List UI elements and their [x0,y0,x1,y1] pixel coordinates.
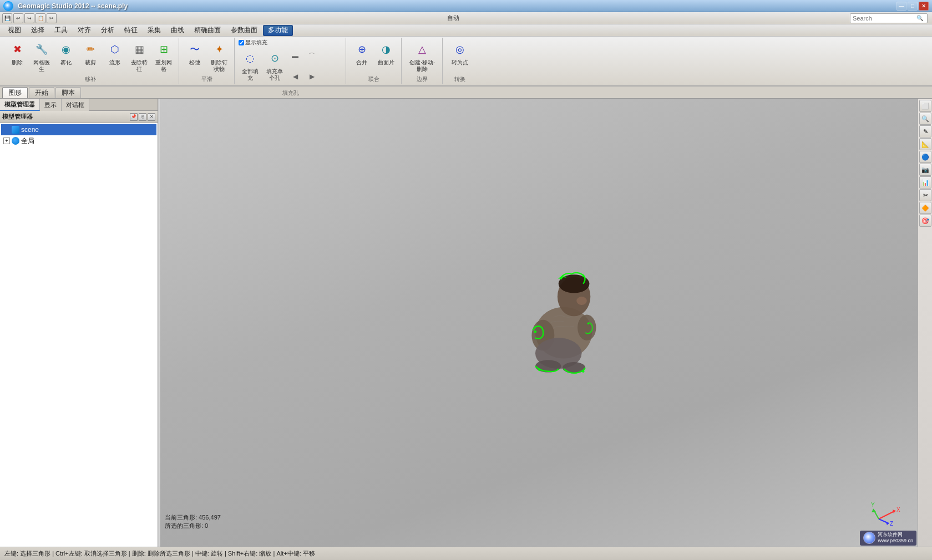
lp-tab-dialog[interactable]: 对话框 [62,99,89,111]
lp-tab-model[interactable]: 模型管理器 [0,99,40,111]
to-point-label: 转为点 [452,59,468,66]
tb-smooth[interactable]: ◉ 雾化 [54,39,78,68]
menu-select[interactable]: 选择 [27,25,49,36]
tb-to-point[interactable]: ◎ 转为点 [448,39,472,68]
relax-icon: 〜 [186,40,204,58]
fill-type-2[interactable]: ⌒ [304,48,320,68]
trim-label: 裁剪 [85,59,96,66]
axes-indicator: X Y Z [868,497,895,525]
viewport[interactable]: X Y Z 当前三角形: 456,497 所选的三角形: 0 河东软件网 www… [160,99,918,547]
menu-curve[interactable]: 曲线 [166,25,189,36]
tb-relax[interactable]: 〜 松弛 [183,39,206,68]
fill-type-1-icon: ▬ [288,49,302,63]
tb-remesh[interactable]: ⊞ 重划网格 [152,39,175,74]
svg-point-11 [534,330,536,333]
group-boundary-label: 边界 [417,74,428,83]
search-icon[interactable]: 🔍 [916,15,923,21]
selected-count: 所选的三角形: 0 [165,522,221,530]
tree-item-global[interactable]: + 全局 [1,135,156,146]
model-container [503,235,625,380]
trim-icon: ✏ [82,40,99,58]
watermark: 河东软件网 www.pe0359.cn [860,531,916,546]
fill-single-icon: ⊙ [266,49,283,67]
tb-mesh-doctor[interactable]: 🔧 网格医生 [30,39,53,74]
panel-float[interactable]: ⎘ [139,113,146,121]
left-panel-tabs: 模型管理器 显示 对话框 [0,99,158,111]
qt-undo[interactable]: ↩ [13,13,23,23]
rp-btn-6[interactable]: 📷 [919,164,931,176]
panel-pin[interactable]: 📌 [130,113,138,121]
qt-redo[interactable]: ↪ [24,13,34,23]
lp-tab-display[interactable]: 显示 [40,99,62,111]
menu-align[interactable]: 对齐 [73,25,95,36]
maximize-button[interactable]: □ [908,2,918,11]
panel-header-btns: 📌 ⎘ ✕ [130,113,155,121]
rp-btn-2[interactable]: 🔍 [919,113,931,125]
tb-spikes[interactable]: ✦ 删除钉状物 [207,39,231,74]
qt-copy[interactable]: 📋 [36,13,45,23]
merge-label: 合并 [356,59,367,66]
svg-marker-22 [885,521,889,525]
fill-single-label: 填充单个孔 [265,68,285,82]
globe-icon [12,137,19,145]
panel-close[interactable]: ✕ [148,113,155,121]
fill-type-1[interactable]: ▬ [287,48,303,68]
menu-param-surface[interactable]: 参数曲面 [226,25,262,36]
tree-expand-global[interactable]: + [3,138,10,144]
menu-tools[interactable]: 工具 [50,25,72,36]
menu-exact-surface[interactable]: 精确曲面 [190,25,225,36]
rp-btn-10[interactable]: 🎯 [919,215,931,227]
tb-trim[interactable]: ✏ 裁剪 [79,39,102,68]
search-box[interactable]: 🔍 [850,13,928,23]
sub-tab-graph[interactable]: 图形 [2,87,28,98]
tb-flow[interactable]: ⬡ 流形 [103,39,126,68]
left-panel: 模型管理器 显示 对话框 模型管理器 📌 ⎘ ✕ scene + 全局 [0,99,158,547]
statusbar-text: 左键: 选择三角形 | Ctrl+左键: 取消选择三角形 | 删除: 删除所选三… [4,549,315,558]
svg-point-9 [560,277,563,279]
qt-cut[interactable]: ✂ [47,13,57,23]
titlebar-title: Geomagic Studio 2012 -- scene.ply [18,2,128,10]
fill-all-icon: ◌ [241,49,259,67]
tree-item-scene[interactable]: scene [1,124,156,135]
toolbar-group-repair-buttons: ✖ 删除 🔧 网格医生 ◉ 雾化 ✏ 裁剪 ⬡ 流形 ▦ 去除特征 [6,39,175,74]
close-button[interactable]: ✕ [919,2,929,11]
menu-feature[interactable]: 特征 [120,25,142,36]
svg-text:Y: Y [871,502,875,508]
tree-label-global: 全局 [21,136,34,146]
menu-analyze[interactable]: 分析 [97,25,119,36]
tb-remove-feature[interactable]: ▦ 去除特征 [128,39,151,74]
search-input[interactable] [853,15,916,22]
menu-view[interactable]: 视图 [3,25,26,36]
rp-btn-1[interactable]: ⬜ [919,100,931,112]
tb-delete[interactable]: ✖ 删除 [6,39,29,68]
app-logo [3,1,13,11]
rp-btn-3[interactable]: ✎ [919,125,931,138]
relax-label: 松弛 [189,59,200,66]
menu-multifunc[interactable]: 多功能 [263,25,293,36]
remesh-icon: ⊞ [155,40,173,58]
tb-boundary[interactable]: △ 创建·移动·删除 [406,39,439,74]
qt-save[interactable]: 💾 [2,13,12,23]
group-smooth-label: 平滑 [201,74,212,83]
sub-tab-start[interactable]: 开始 [29,87,54,98]
sub-tab-script[interactable]: 脚本 [55,87,81,98]
rp-btn-5[interactable]: 🔵 [919,151,931,163]
rp-btn-8[interactable]: ✂ [919,189,931,201]
tb-merge[interactable]: ⊕ 合并 [350,39,373,68]
minimize-button[interactable]: — [896,2,906,11]
rp-btn-9[interactable]: 🔶 [919,202,931,214]
fill-nav-prev[interactable]: ◀ [287,68,303,88]
rp-btn-7[interactable]: 📊 [919,176,931,189]
menu-capture[interactable]: 采集 [143,25,165,36]
remove-feature-icon: ▦ [130,40,148,58]
watermark-text: 河东软件网 www.pe0359.cn [878,532,913,544]
model-svg [503,235,625,379]
rp-btn-4[interactable]: 📐 [919,138,931,150]
fill-nav-next[interactable]: ▶ [304,68,320,88]
group-union-label: 联合 [368,74,379,83]
tb-patch[interactable]: ◑ 曲面片 [374,39,398,68]
tb-fill-single[interactable]: ⊙ 填充单个孔 [263,48,286,88]
tb-fill-all[interactable]: ◌ 全部填充 [239,48,262,88]
quick-title: 自动 [58,14,849,22]
show-fill-checkbox[interactable]: 显示填充 [239,39,267,47]
